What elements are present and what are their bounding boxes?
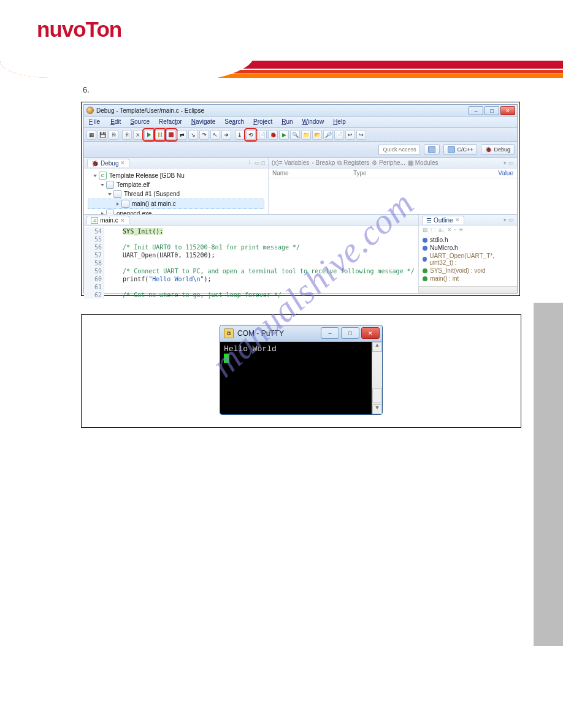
step-over-button[interactable]: ↷ <box>199 130 209 140</box>
view-menu-icon[interactable]: ▾ <box>504 217 507 223</box>
disconnect-button[interactable]: ⇄ <box>177 130 187 140</box>
outline-tool-icon[interactable]: ◦ <box>454 227 456 233</box>
toolbar-button[interactable]: ▦ <box>86 130 96 140</box>
terminate-button[interactable] <box>166 130 176 140</box>
code-line[interactable]: /* Got no where to go, just loop forever… <box>108 291 415 299</box>
toolbar-button[interactable]: ↪ <box>356 130 366 140</box>
debug-tab[interactable]: 🐞 Debug ✕ <box>87 159 129 167</box>
view-menu-icon[interactable]: ⠇ <box>248 160 253 166</box>
expand-icon[interactable] <box>101 184 104 186</box>
menu-help[interactable]: Help <box>332 118 347 126</box>
suspend-button[interactable] <box>155 130 165 140</box>
expand-icon[interactable] <box>108 193 112 195</box>
window-minimize-button[interactable]: – <box>469 106 483 115</box>
outline-item[interactable]: stdio.h <box>423 236 513 244</box>
code-line[interactable]: printf("Hello World\n"); <box>108 275 415 283</box>
restart-button[interactable]: ⟲ <box>246 130 256 140</box>
toolbar-button[interactable]: 📄 <box>334 130 344 140</box>
maximize-icon[interactable]: □ <box>262 160 265 166</box>
toolbar-button[interactable]: ↩ <box>345 130 355 140</box>
code-line[interactable]: /* Init UART0 to 115200-8n1 for print me… <box>108 243 415 251</box>
step-into-button[interactable]: ↘ <box>188 130 198 140</box>
outline-item[interactable]: main() : int <box>423 275 513 282</box>
expand-icon[interactable] <box>117 202 119 206</box>
menu-source[interactable]: Source <box>129 118 151 126</box>
toolbar-button[interactable]: 📄 <box>257 130 267 140</box>
menu-file[interactable]: File <box>88 118 102 126</box>
code-line[interactable]: /* Connect UART to PC, and open a termin… <box>108 267 415 275</box>
code-editor[interactable]: .c main.c ✕ 545556575859606162 SYS_Init(… <box>84 214 418 293</box>
tab-modules[interactable]: ▦ Modules <box>408 159 439 166</box>
menu-project[interactable]: Project <box>252 118 274 126</box>
menu-run[interactable]: Run <box>280 118 294 126</box>
editor-tab-main[interactable]: .c main.c ✕ <box>86 216 129 224</box>
window-maximize-button[interactable]: □ <box>341 327 359 339</box>
outline-item-icon <box>423 257 427 262</box>
scroll-down-icon[interactable]: ▼ <box>372 404 382 414</box>
step-return-button[interactable]: ↖ <box>210 130 220 140</box>
window-close-button[interactable]: ✕ <box>361 327 380 339</box>
scroll-up-icon[interactable]: ▲ <box>372 342 382 352</box>
expand-icon[interactable] <box>93 175 97 177</box>
toolbar-button[interactable]: 🔎 <box>323 130 333 140</box>
code-line[interactable]: UART_Open(UART0, 115200); <box>108 251 415 259</box>
tab-peripherals[interactable]: ⚙ Periphe... <box>372 159 405 166</box>
code-line[interactable]: SYS_Init(); <box>108 227 415 235</box>
toolbar-button[interactable]: 💾 <box>98 130 107 140</box>
tab-variables[interactable]: (x)= Variables <box>272 159 309 166</box>
minimize-icon[interactable]: ▭ <box>508 160 514 166</box>
outline-scrollbar[interactable] <box>419 286 517 293</box>
tree-item-label: Template.elf <box>117 181 150 188</box>
open-perspective-button[interactable] <box>424 144 440 155</box>
minimize-icon[interactable]: ▭ <box>255 160 260 166</box>
skip-all-bp-button[interactable]: ⤬ <box>133 130 143 140</box>
quick-access-input[interactable]: Quick Access <box>378 145 420 155</box>
toolbar-button[interactable]: 📂 <box>312 130 322 140</box>
toolbar-button[interactable]: 🔍 <box>290 130 300 140</box>
view-menu-icon[interactable]: ▾ <box>504 160 507 166</box>
outline-tool-icon[interactable]: ✕ <box>447 227 452 233</box>
toolbar-button[interactable]: ⎘ <box>122 130 132 140</box>
outline-item[interactable]: SYS_Init(void) : void <box>423 267 513 275</box>
perspective-debug[interactable]: 🐞Debug <box>481 144 515 155</box>
debug-tree-item[interactable]: CTemplate Release [GDB Nu <box>88 171 264 180</box>
window-close-button[interactable]: ✕ <box>500 106 515 115</box>
outline-item[interactable]: UART_Open(UART_T*, uint32_t) : <box>423 252 513 267</box>
code-line[interactable] <box>108 283 415 291</box>
terminal-scrollbar[interactable]: ▲ ▼ <box>372 342 382 414</box>
scroll-thumb[interactable] <box>372 389 382 403</box>
debug-tree-item[interactable]: Thread #1 (Suspend <box>88 189 264 199</box>
outline-tool-icon[interactable]: ✳ <box>459 227 464 233</box>
tab-breakpoints[interactable]: ◦ Breakp <box>312 159 335 166</box>
outline-tab[interactable]: ☰ Outline ✕ <box>422 216 464 224</box>
putty-window: ⧉ COM - PuTTY – □ ✕ Hello World ▲ ▼ <box>220 325 383 415</box>
menu-search[interactable]: Search <box>223 118 245 126</box>
menu-edit[interactable]: Edit <box>109 118 122 126</box>
putty-terminal[interactable]: Hello World ▲ ▼ <box>220 342 382 414</box>
debug-tree-item[interactable]: main() at main.c <box>88 199 264 209</box>
window-minimize-button[interactable]: – <box>321 327 339 339</box>
eclipse-icon <box>86 107 94 114</box>
menu-window[interactable]: Window <box>301 118 326 126</box>
debug-dropdown[interactable]: 🐞 <box>268 130 278 140</box>
toolbar-button[interactable]: 📁 <box>301 130 311 140</box>
toolbar-button[interactable]: ⎘ <box>109 130 118 140</box>
menu-refactor[interactable]: Refactor <box>158 118 183 126</box>
run-dropdown[interactable]: ▶ <box>279 130 289 140</box>
toolbar-button[interactable]: ➜ <box>221 130 231 140</box>
outline-tool-icon[interactable]: ⬚ <box>431 227 436 233</box>
debug-tree-item[interactable]: Template.elf <box>88 180 264 189</box>
resume-button[interactable] <box>144 130 154 140</box>
outline-item-icon <box>423 276 427 281</box>
minimize-icon[interactable]: ▭ <box>508 217 514 223</box>
outline-item[interactable]: NuMicro.h <box>423 244 513 252</box>
outline-tool-icon[interactable]: a↓ <box>439 227 445 233</box>
code-line[interactable] <box>108 235 415 243</box>
window-maximize-button[interactable]: □ <box>484 106 499 115</box>
code-line[interactable] <box>108 259 415 267</box>
tab-registers[interactable]: ⧉ Registers <box>337 159 369 167</box>
perspective-cpp[interactable]: C/C++ <box>443 144 477 155</box>
menu-navigate[interactable]: Navigate <box>190 118 216 126</box>
toolbar-button[interactable]: ⤓ <box>235 130 245 140</box>
outline-tool-icon[interactable]: ▤ <box>423 227 428 233</box>
